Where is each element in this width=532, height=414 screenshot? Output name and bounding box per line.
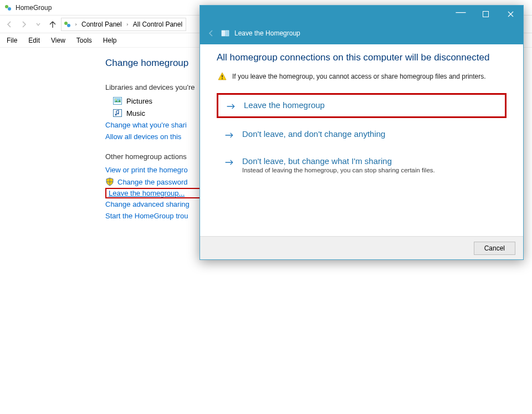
homegroup-icon xyxy=(221,29,230,38)
library-pictures-label: Pictures xyxy=(126,97,152,105)
arrow-right-icon xyxy=(226,102,236,111)
dialog-warning: If you leave the homegroup, you cannot a… xyxy=(217,72,507,81)
option-change-sharing-title: Don't leave, but change what I'm sharing xyxy=(242,156,435,166)
dialog-titlebar[interactable]: — xyxy=(200,6,523,22)
dialog-heading: All homegroup connections on this comput… xyxy=(217,52,507,63)
dialog-body: All homegroup connections on this comput… xyxy=(200,44,523,179)
svg-point-8 xyxy=(115,114,116,115)
forward-button[interactable] xyxy=(18,18,30,30)
dialog-title: Leave the Homegroup xyxy=(234,29,300,37)
svg-point-9 xyxy=(117,113,119,115)
arrow-right-icon xyxy=(224,131,234,140)
option-leave-title: Leave the homegroup xyxy=(244,100,325,110)
address-bar[interactable]: › Control Panel › All Control Panel xyxy=(61,18,186,31)
svg-rect-10 xyxy=(483,11,489,17)
breadcrumb-all-items[interactable]: All Control Panel xyxy=(132,21,183,28)
warning-icon xyxy=(218,72,227,81)
back-button[interactable] xyxy=(3,18,16,30)
music-icon xyxy=(113,109,122,117)
svg-point-2 xyxy=(64,22,68,25)
leave-homegroup-dialog: — Leave the Homegroup All homegroup conn… xyxy=(200,5,524,260)
recent-dropdown-icon[interactable] xyxy=(32,18,44,30)
option-change-sharing[interactable]: Don't leave, but change what I'm sharing… xyxy=(217,151,507,179)
shield-icon xyxy=(105,177,114,186)
homegroup-icon xyxy=(64,21,71,28)
window-title: HomeGroup xyxy=(16,4,52,12)
svg-rect-13 xyxy=(222,75,223,78)
menu-file[interactable]: File xyxy=(6,35,18,45)
chevron-right-icon[interactable]: › xyxy=(125,22,130,27)
library-music-label: Music xyxy=(126,109,145,117)
svg-point-14 xyxy=(222,78,223,79)
svg-point-6 xyxy=(115,99,116,100)
up-button[interactable] xyxy=(47,18,59,30)
dialog-maximize-button[interactable] xyxy=(473,6,498,22)
pictures-icon xyxy=(113,96,122,105)
dialog-minimize-button[interactable]: — xyxy=(448,6,473,22)
breadcrumb-control-panel[interactable]: Control Panel xyxy=(80,21,123,28)
menu-view[interactable]: View xyxy=(50,35,66,45)
menu-tools[interactable]: Tools xyxy=(75,35,93,45)
option-change-sharing-subtitle: Instead of leaving the homegroup, you ca… xyxy=(242,167,435,173)
cancel-button[interactable]: Cancel xyxy=(474,242,515,255)
dialog-warning-text: If you leave the homegroup, you cannot a… xyxy=(232,73,486,80)
homegroup-icon xyxy=(4,4,12,12)
option-dont-leave[interactable]: Don't leave, and don't change anything xyxy=(217,124,507,145)
dialog-header: Leave the Homegroup xyxy=(200,22,523,44)
option-leave-homegroup[interactable]: Leave the homegroup xyxy=(217,93,507,118)
dialog-footer: Cancel xyxy=(200,236,523,259)
menu-edit[interactable]: Edit xyxy=(27,35,41,45)
svg-point-1 xyxy=(8,7,11,11)
svg-point-0 xyxy=(5,5,8,8)
option-dont-leave-title: Don't leave, and don't change anything xyxy=(242,129,385,139)
dialog-close-button[interactable] xyxy=(498,6,523,22)
chevron-right-icon[interactable]: › xyxy=(74,22,78,27)
arrow-right-icon xyxy=(224,158,234,167)
svg-point-3 xyxy=(67,24,70,27)
dialog-back-icon xyxy=(207,29,217,38)
menu-help[interactable]: Help xyxy=(102,35,118,45)
svg-rect-12 xyxy=(226,30,229,36)
svg-rect-11 xyxy=(222,30,225,36)
